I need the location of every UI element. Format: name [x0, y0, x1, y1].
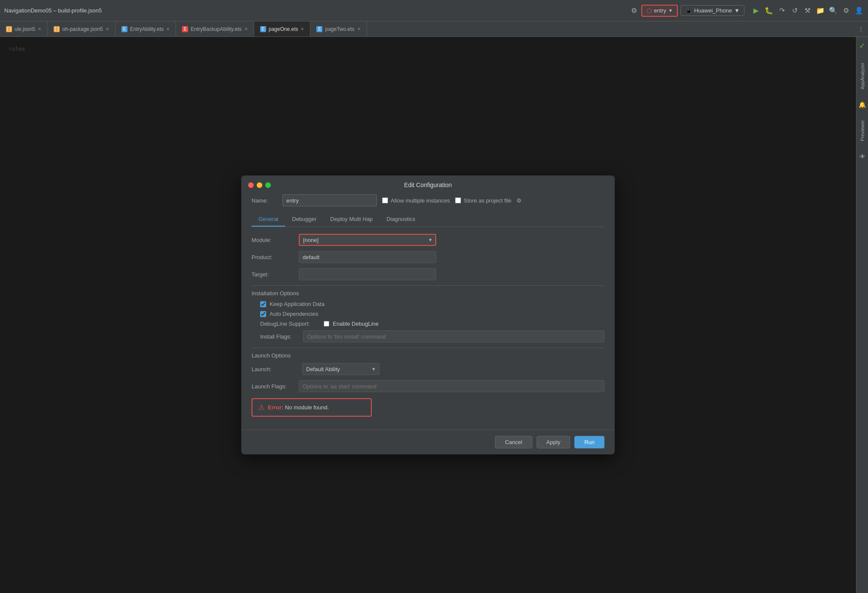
close-icon-6[interactable]: ✕ — [357, 27, 361, 31]
search-icon[interactable]: 🔍 — [829, 6, 838, 15]
launch-row: Launch: Default Ability Specified Abilit… — [252, 363, 604, 375]
window-minimize-button[interactable] — [257, 182, 262, 188]
target-input[interactable] — [299, 268, 436, 280]
device-chevron-icon: ▼ — [734, 7, 740, 14]
profile-icon[interactable]: 👤 — [854, 6, 864, 15]
tab-rule-json5[interactable]: { } ule.json5 ✕ — [0, 21, 48, 36]
store-as-project-file-label[interactable]: Store as project file — [455, 197, 511, 204]
store-as-project-file-checkbox[interactable] — [455, 197, 461, 203]
ets-icon-3: E — [260, 26, 266, 32]
settings-icon[interactable]: ⚙ — [841, 6, 851, 15]
tabs-more-button[interactable]: ⋮ — [854, 26, 868, 32]
device-button[interactable]: 📱 Huawei_Phone ▼ — [680, 5, 744, 16]
window-title: NavigationDemo05 – build-profile.json5 — [4, 7, 102, 14]
enable-debugline-checkbox[interactable] — [324, 321, 329, 327]
ets-icon: E — [121, 26, 127, 32]
top-bar: NavigationDemo05 – build-profile.json5 ⚙… — [0, 0, 868, 21]
checkmark-icon[interactable]: ✓ — [859, 41, 865, 51]
tab-label-4: EntryBackupAbility.ets — [191, 26, 242, 32]
enable-debugline-label[interactable]: Enable DebugLine — [333, 321, 379, 327]
toolbar-icons: ▶ 🐛 ↷ ↺ ⚒ 📁 🔍 ⚙ 👤 — [751, 6, 864, 15]
main-area: rules Edit Configuration — [0, 37, 868, 593]
run-config-icon: ⬡ — [646, 7, 652, 14]
error-message: No module found. — [285, 404, 329, 411]
name-row: Name: Allow multiple instances Store as … — [252, 194, 604, 206]
auto-dependencies-label[interactable]: Auto Dependencies — [270, 311, 318, 317]
tab-page-two[interactable]: E pageTwo.ets ✕ — [310, 21, 367, 36]
right-sidebar: ✓ AppAnalyzer 🔔 Previewer 👁 — [856, 37, 868, 593]
error-box: ⚠ Error: No module found. — [252, 398, 372, 417]
previewer-label[interactable]: Previewer — [860, 117, 865, 145]
editor-area: rules Edit Configuration — [0, 37, 856, 593]
allow-multiple-instances-label[interactable]: Allow multiple instances — [382, 197, 450, 204]
close-icon[interactable]: ✕ — [38, 27, 41, 31]
close-icon-2[interactable]: ✕ — [106, 27, 109, 31]
product-label: Product: — [252, 254, 299, 260]
launch-flags-label: Launch Flags: — [252, 383, 299, 390]
previewer-eye-icon[interactable]: 👁 — [859, 153, 865, 160]
dialog-body: Name: Allow multiple instances Store as … — [241, 194, 615, 425]
module-select-container: [none] entry feature ▼ — [299, 234, 436, 246]
name-label: Name: — [252, 197, 277, 204]
run-button[interactable]: Run — [574, 436, 604, 448]
tab-diagnostics[interactable]: Diagnostics — [379, 212, 422, 227]
build-icon[interactable]: ⚒ — [803, 6, 812, 15]
tab-page-one[interactable]: E pageOne.ets ✕ — [254, 21, 311, 36]
tab-label-6: pageTwo.ets — [325, 26, 354, 32]
launch-label: Launch: — [252, 366, 299, 372]
tab-entry-backup-ability[interactable]: E EntryBackupAbility.ets ✕ — [176, 21, 254, 36]
chevron-down-icon: ▼ — [668, 8, 673, 13]
run-config-button[interactable]: ⬡ entry ▼ — [641, 5, 678, 17]
install-flags-input[interactable] — [303, 330, 604, 342]
close-icon-5[interactable]: ✕ — [300, 27, 304, 31]
play-icon[interactable]: ▶ — [751, 6, 761, 15]
debug-icon[interactable]: 🐛 — [764, 6, 774, 15]
tab-label: ule.json5 — [15, 26, 35, 32]
launch-options-title: Launch Options — [252, 352, 604, 359]
error-text: Error: No module found. — [268, 404, 329, 411]
step-over-icon[interactable]: ↷ — [777, 6, 786, 15]
folder-icon[interactable]: 📁 — [816, 6, 825, 15]
product-input[interactable] — [299, 251, 436, 263]
window-maximize-button[interactable] — [265, 182, 271, 188]
reload-icon[interactable]: ↺ — [790, 6, 799, 15]
error-icon: ⚠ — [258, 403, 264, 411]
auto-dependencies-checkbox[interactable] — [260, 311, 266, 317]
tab-general[interactable]: General — [252, 212, 285, 227]
settings-icon-gear[interactable]: ⚙ — [629, 6, 639, 15]
launch-flags-input[interactable] — [299, 380, 604, 392]
project-file-gear-icon[interactable]: ⚙ — [516, 197, 522, 204]
close-icon-4[interactable]: ✕ — [244, 27, 248, 31]
close-icon-3[interactable]: ✕ — [166, 27, 170, 31]
launch-select[interactable]: Default Ability Specified Ability — [302, 363, 379, 375]
keep-app-data-checkbox[interactable] — [260, 301, 266, 307]
tab-oh-package-json5[interactable]: { } oh-package.json5 ✕ — [48, 21, 115, 36]
apply-button[interactable]: Apply — [537, 436, 571, 448]
dialog-titlebar: Edit Configuration — [241, 175, 615, 194]
debugline-label: DebugLine Support: — [260, 321, 320, 327]
module-row: Module: [none] entry feature ▼ — [252, 234, 604, 246]
allow-multiple-instances-checkbox[interactable] — [382, 197, 388, 203]
window-close-button[interactable] — [248, 182, 254, 188]
tabs-bar: { } ule.json5 ✕ { } oh-package.json5 ✕ E… — [0, 21, 868, 37]
json-icon: { } — [6, 26, 12, 32]
device-label: Huawei_Phone — [694, 7, 732, 14]
window-controls — [248, 182, 271, 188]
tab-entry-ability[interactable]: E EntryAbility.ets ✕ — [115, 21, 176, 36]
product-row: Product: — [252, 251, 604, 263]
notifications-icon[interactable]: 🔔 — [859, 101, 866, 108]
section-divider-1 — [252, 285, 604, 286]
dialog-title: Edit Configuration — [404, 182, 452, 188]
install-flags-label: Install Flags: — [260, 333, 303, 340]
tab-deploy-multi-hap[interactable]: Deploy Multi Hap — [323, 212, 379, 227]
module-select[interactable]: [none] entry feature — [299, 234, 436, 246]
cancel-button[interactable]: Cancel — [495, 436, 532, 448]
app-analyzer-label[interactable]: AppAnalyzer — [860, 59, 865, 93]
modal-overlay: Edit Configuration Name: Allow multiple … — [0, 37, 856, 593]
tab-label-2: oh-package.json5 — [62, 26, 103, 32]
tab-debugger[interactable]: Debugger — [285, 212, 323, 227]
edit-configuration-dialog: Edit Configuration Name: Allow multiple … — [241, 175, 615, 454]
keep-app-data-label[interactable]: Keep Application Data — [270, 301, 325, 307]
name-input[interactable] — [282, 194, 377, 206]
launch-flags-row: Launch Flags: — [252, 380, 604, 392]
